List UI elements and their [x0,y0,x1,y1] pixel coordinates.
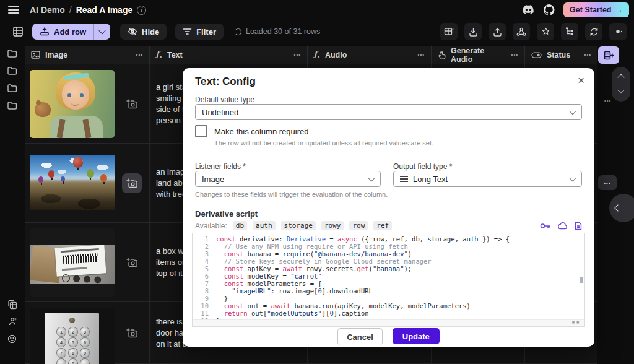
close-icon[interactable]: × [578,74,584,86]
table-view-icon[interactable] [440,23,458,40]
row-menu-icon[interactable]: ••• [604,98,611,103]
table-toolbar: Add row Hide Filter Loaded 30 of 31 rows [0,21,634,42]
code-editor[interactable]: 1const derivative: Derivative = async ({… [192,233,585,327]
scroll-down-icon[interactable] [617,87,624,93]
tree-view-icon[interactable] [561,23,578,40]
image-thumbnail[interactable] [30,70,115,138]
import-icon[interactable] [464,23,482,40]
update-button[interactable]: Update [393,328,440,344]
folder-icon[interactable] [7,84,17,92]
required-help-text: The row will not be created or updated u… [214,139,582,147]
cancel-button[interactable]: Cancel [337,328,383,345]
cell-image-row3[interactable] [25,223,150,302]
get-started-button[interactable]: Get Started → [563,2,629,17]
sidebar-rail [0,42,25,364]
docs-icon[interactable] [575,222,582,230]
default-value-type-select[interactable]: Undefined [195,104,582,120]
secrets-key-icon[interactable] [540,222,550,230]
breadcrumb: AI Demo / Read A Image i [30,5,146,15]
keypad-key: 0 [69,359,77,364]
upload-photo-icon[interactable] [122,173,142,193]
editor-horizontal-scrollbar[interactable]: ▪▪ [193,319,584,326]
image-thumbnail[interactable]: 1234567890 Digicode [30,308,115,364]
upload-photo-icon[interactable] [122,323,142,343]
column-header-generate-audio[interactable]: Generate Audio ••• [432,46,525,64]
filter-button[interactable]: Filter [175,24,224,40]
folder-icon[interactable] [7,50,17,58]
column-header-audio[interactable]: ƒx Audio ••• [308,46,432,64]
webhooks-icon[interactable] [513,23,530,40]
listener-fields-select[interactable]: Image [195,171,381,187]
keypad-key [80,359,89,364]
column-label: Status [547,51,570,59]
keypad-key: 2 [69,327,77,336]
column-menu-icon[interactable]: ••• [511,52,518,58]
invite-user-icon[interactable] [7,317,17,326]
open-side-drawer-button[interactable] [609,194,634,222]
discord-icon[interactable] [522,5,535,15]
column-header-text[interactable]: ƒx Text ••• [150,46,308,64]
add-column-button[interactable] [598,46,619,64]
table-grid-icon[interactable] [12,26,24,37]
available-chip: row [349,221,368,230]
column-menu-icon[interactable]: ••• [584,52,591,58]
keypad-key: 9 [80,349,89,357]
add-row-icon [40,27,50,36]
column-menu-icon[interactable]: ••• [294,52,301,58]
editor-scrollbar-handle[interactable] [580,277,583,283]
cell-image-row1[interactable] [25,64,150,144]
scroll-up-icon[interactable] [617,74,624,81]
cell-image-row2[interactable] [25,144,150,223]
upload-photo-icon[interactable] [122,253,142,272]
add-row-label: Add row [54,27,86,37]
code-line: 6 const modelKey = "carrot" [193,272,584,280]
feedback-smiley-icon[interactable] [7,334,17,344]
settings-gear-icon[interactable] [609,23,627,40]
keypad-key: 5 [69,338,77,347]
github-icon[interactable] [544,4,555,15]
output-field-type-value: Long Text [413,175,448,184]
modal-footer: Cancel Update [195,328,582,345]
info-icon[interactable]: i [137,6,146,15]
breadcrumb-parent[interactable]: AI Demo [30,5,65,15]
output-field-type-label: Output field type * [393,162,582,171]
image-thumbnail[interactable] [30,149,115,217]
keypad-keys: 1234567890 [57,327,90,364]
output-field-type-select[interactable]: Long Text [393,171,582,187]
text-config-modal: Text: Config × Default value type Undefi… [183,68,594,347]
code-line: 9 } [193,295,584,302]
column-menu-icon[interactable]: ••• [136,52,143,58]
row-scroll-control[interactable] [612,67,630,102]
code-line: 10 const out = await banana.run(apiKey, … [193,302,584,310]
image-thumbnail[interactable] [30,228,115,297]
sync-icon[interactable] [585,23,602,40]
required-checkbox[interactable] [195,125,207,137]
duplicate-table-icon[interactable] [7,300,17,310]
hide-fields-button[interactable]: Hide [120,24,167,40]
folder-icon[interactable] [7,102,17,110]
extensions-icon[interactable] [537,23,554,40]
cloud-icon[interactable] [557,222,568,230]
column-label: Image [45,51,67,59]
hamburger-menu-icon[interactable] [8,6,19,14]
add-row-button[interactable]: Add row [32,24,110,40]
column-header-status[interactable]: Status ••• [525,46,597,64]
add-row-dropdown-button[interactable] [94,24,110,40]
row-menu-icon-active[interactable]: ••• [598,175,617,190]
folder-icon[interactable] [7,67,17,75]
available-chip: db [233,221,247,230]
cell-image-row4[interactable]: 1234567890 Digicode [25,302,150,364]
export-icon[interactable] [489,23,506,40]
get-started-label: Get Started [570,6,611,14]
keypad-key: 4 [57,338,66,347]
image-icon [31,51,40,59]
required-checkbox-row: Make this column required [195,125,582,137]
chevron-down-icon [569,175,576,181]
upload-photo-icon[interactable] [122,94,142,114]
column-menu-icon[interactable]: ••• [418,52,425,58]
chevron-down-icon [569,108,576,115]
chevron-down-icon [368,175,375,181]
column-header-image[interactable]: Image ••• [25,46,150,64]
default-value-type-value: Undefined [202,108,238,117]
code-line: 8 "imageURL": row.image[0].downloadURL [193,287,584,295]
